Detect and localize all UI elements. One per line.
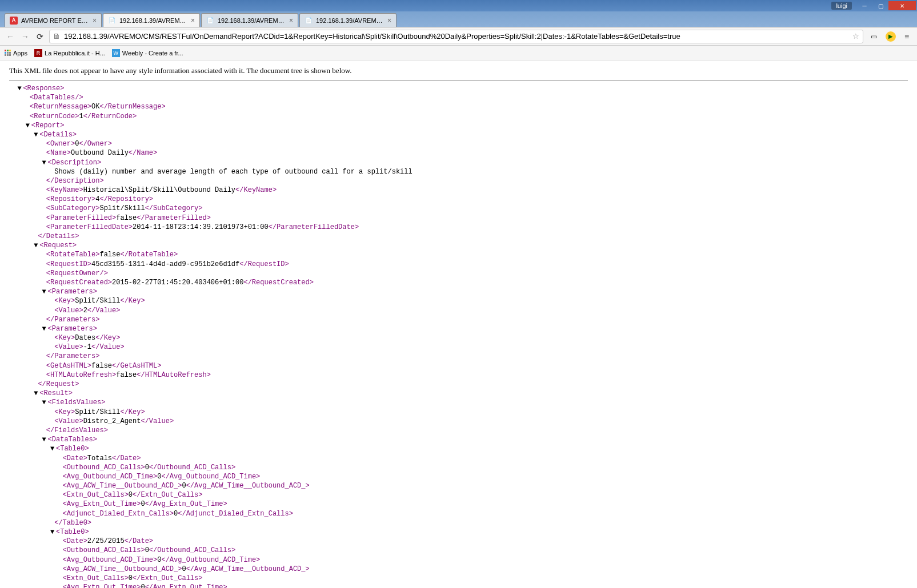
xml-line: <Key>Split/Skill</Key> [9,296,908,305]
xml-tag: </Parameters> [46,316,100,324]
tab-bar: AAVREMO REPORT EXPLO×📄192.168.1.39/AVREM… [0,11,917,27]
xml-line: ▼<Response> [9,84,908,93]
xml-text: 2014-11-18T23:14:39.2101973+01:00 [133,223,269,231]
xml-tag: </HTMLAutoRefresh> [137,371,211,379]
xml-text: 0 [129,491,133,499]
xml-line: </Request> [9,380,908,389]
collapse-toggle-icon[interactable]: ▼ [26,121,31,130]
xml-tag: <ParameterFilled> [46,214,116,222]
xml-tag: <KeyName> [46,186,83,194]
xml-line: <Avg_Extn_Out_Time>0</Avg_Extn_Out_Time> [9,500,908,509]
collapse-toggle-icon[interactable]: ▼ [34,241,39,250]
bookmark-star-icon[interactable]: ☆ [852,32,859,41]
xml-tag: <Extn_Out_Calls> [63,574,129,582]
xml-line: <Repository>4</Repository> [9,195,908,204]
xml-line: ▼<Parameters> [9,287,908,296]
xml-tag: <Request> [39,241,77,249]
extension-play-icon[interactable]: ▶ [884,30,898,43]
browser-tab[interactable]: 📄192.168.1.39/AVREMO/C× [103,13,200,27]
xml-line: </Parameters> [9,352,908,361]
reload-button[interactable]: ⟳ [34,31,46,42]
forward-button[interactable]: → [19,31,31,42]
tab-close-icon[interactable]: × [93,17,97,25]
menu-icon[interactable]: ≡ [901,31,912,42]
xml-text: OK [91,103,99,111]
close-button[interactable]: ✕ [888,1,916,10]
xml-text: Split/Skill [75,297,120,305]
xml-tag: <Outbound_ACD_Calls> [63,546,145,554]
xml-line: <SubCategory>Split/Skill</SubCategory> [9,204,908,213]
xml-text: 0 [141,583,145,588]
xml-tag: </Avg_Extn_Out_Time> [145,583,227,588]
minimize-button[interactable]: ─ [856,1,872,10]
xml-tag: <RotateTable> [46,251,100,259]
xml-tag: <Date> [63,454,87,462]
bookmark-repubblica[interactable]: R La Repubblica.it - H... [34,49,105,57]
collapse-toggle-icon[interactable]: ▼ [42,158,48,167]
xml-tag: <DataTables> [48,436,97,444]
xml-line: </Table0> [9,518,908,527]
collapse-toggle-icon[interactable]: ▼ [42,398,48,407]
xml-tag: </Adjunct_Dialed_Extn_Calls> [178,510,293,518]
collapse-toggle-icon[interactable]: ▼ [34,389,39,398]
xml-line: <Avg_Outbound_ACD_Time>0</Avg_Outbound_A… [9,555,908,565]
bookmark-weebly[interactable]: W Weebly - Create a fr... [112,49,183,57]
xml-tag: </Extn_Out_Calls> [133,491,202,499]
collapse-toggle-icon[interactable]: ▼ [42,435,48,444]
xml-tag: <Avg_Outbound_ACD_Time> [63,556,158,564]
xml-tag: </Outbound_ACD_Calls> [149,464,235,472]
xml-tree: ▼<Response> <DataTables/> <ReturnMessage… [9,84,908,588]
bookmark-favicon: R [34,49,42,57]
xml-line: ▼<Table0> [9,527,908,537]
xml-tag: <Avg_Extn_Out_Time> [63,500,141,508]
xml-tag: </Extn_Out_Calls> [133,574,202,582]
address-bar: ← → ⟳ 🗎 192.168.1.39/AVREMO/CMS/RESTFul/… [0,27,917,46]
window-titlebar: luigi ─ ▢ ✕ [0,0,917,11]
xml-tag: <RequestOwner/> [46,269,108,277]
tab-close-icon[interactable]: × [387,17,391,25]
cast-icon[interactable]: ▭ [867,30,880,43]
xml-line: ▼<Parameters> [9,324,908,333]
tab-favicon: 📄 [305,17,313,25]
xml-text: 2015-02-27T01:45:20.403406+01:00 [112,279,243,287]
collapse-toggle-icon[interactable]: ▼ [42,324,48,333]
xml-tag: <Value> [54,343,83,351]
xml-tag: <Name> [46,149,71,157]
xml-tag: </Key> [120,297,145,305]
collapse-toggle-icon[interactable]: ▼ [50,527,56,537]
maximize-button[interactable]: ▢ [872,1,888,10]
collapse-toggle-icon[interactable]: ▼ [17,84,23,93]
xml-line: <Key>Split/Skill</Key> [9,408,908,417]
browser-tab[interactable]: 📄192.168.1.39/AVREMO/CM× [201,13,298,27]
xml-line: <Value>Distro_2_Agent</Value> [9,417,908,426]
xml-line: Shows (daily) number and average length … [9,167,908,176]
collapse-toggle-icon[interactable]: ▼ [42,287,48,296]
browser-tab[interactable]: AAVREMO REPORT EXPLO× [5,13,102,27]
xml-line: <Date>2/25/2015</Date> [9,537,908,546]
tab-close-icon[interactable]: × [289,17,293,25]
xml-line: ▼<Table0> [9,444,908,453]
apps-button[interactable]: Apps [5,50,27,57]
xml-line: ▼<Details> [9,130,908,139]
tab-close-icon[interactable]: × [191,17,195,25]
back-button[interactable]: ← [5,31,16,42]
xml-tag: <Key> [54,408,75,416]
xml-text: 2/25/2015 [87,537,125,545]
xml-notice: This XML file does not appear to have an… [9,66,908,80]
xml-line: <Owner>0</Owner> [9,139,908,148]
xml-text: Split/Skill [75,408,120,416]
xml-tag: </Value> [87,307,121,315]
xml-tag: </ReturnMessage> [99,103,165,111]
xml-line: </FieldsValues> [9,426,908,435]
browser-tab[interactable]: 📄192.168.1.39/AVREMO/CM× [299,13,397,27]
collapse-toggle-icon[interactable]: ▼ [50,444,56,453]
user-label: luigi [831,2,852,10]
xml-tag: </Table0> [54,519,91,527]
xml-tag: <GetAsHTML> [46,362,91,370]
url-input[interactable]: 🗎 192.168.1.39/AVREMO/CMS/RESTFul/OnDema… [49,30,863,43]
page-content[interactable]: This XML file does not appear to have an… [0,61,917,588]
xml-tag: </Date> [112,454,141,462]
collapse-toggle-icon[interactable]: ▼ [34,130,39,139]
xml-tag: </Key> [95,334,120,342]
xml-tag: </RequestID> [239,260,289,268]
